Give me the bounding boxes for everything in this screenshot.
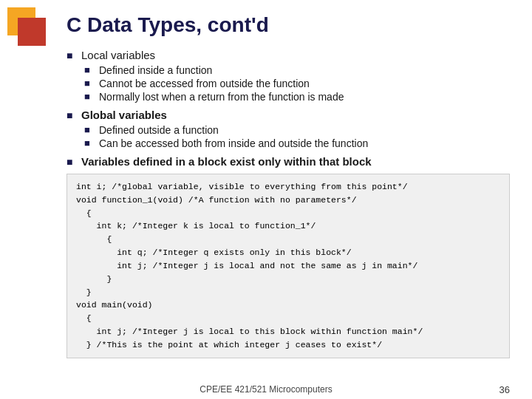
global-variables-bullet: ■ Global variables xyxy=(66,109,510,121)
slide-content: C Data Types, cont'd ■ Local variables ■… xyxy=(0,0,532,399)
sub-dot-2: ■ xyxy=(84,78,93,89)
global-variables-section: ■ Global variables ■ Defined outside a f… xyxy=(66,109,510,149)
local-sub-2: ■ Cannot be accessed from outside the fu… xyxy=(84,78,510,89)
global-variables-header: Global variables xyxy=(81,109,167,121)
content-area: ■ Local variables ■ Defined inside a fun… xyxy=(59,49,510,358)
code-block: int i; /*global variable, visible to eve… xyxy=(66,174,510,358)
global-sub-2: ■ Can be accessed both from inside and o… xyxy=(84,137,510,149)
footer-text: CPE/EE 421/521 Microcomputers xyxy=(0,384,532,395)
bullet-dot-local: ■ xyxy=(66,50,75,61)
local-variables-section: ■ Local variables ■ Defined inside a fun… xyxy=(66,49,510,103)
local-sub-3: ■ Normally lost when a return from the f… xyxy=(84,91,510,103)
footer: CPE/EE 421/521 Microcomputers 36 xyxy=(0,384,532,395)
local-sub-text-3: Normally lost when a return from the fun… xyxy=(99,91,344,103)
block-bullet-text: Variables defined in a block exist only … xyxy=(81,155,372,168)
local-variables-header: Local variables xyxy=(81,49,155,61)
global-sub-text-1: Defined outside a function xyxy=(99,124,219,136)
global-sub-text-2: Can be accessed both from inside and out… xyxy=(99,137,368,149)
local-sub-text-1: Defined inside a function xyxy=(99,64,212,76)
page-number: 36 xyxy=(499,384,510,395)
sub-dot-1: ■ xyxy=(84,64,93,75)
global-sub-1: ■ Defined outside a function xyxy=(84,124,510,136)
global-dot-2: ■ xyxy=(84,137,93,149)
slide-title: C Data Types, cont'd xyxy=(59,13,510,37)
local-sub-1: ■ Defined inside a function xyxy=(84,64,510,76)
block-bullet-section: ■ Variables defined in a block exist onl… xyxy=(66,155,510,168)
bullet-dot-global: ■ xyxy=(66,109,75,121)
local-sub-text-2: Cannot be accessed from outside the func… xyxy=(99,78,310,89)
block-bullet: ■ Variables defined in a block exist onl… xyxy=(66,155,510,168)
bullet-dot-block: ■ xyxy=(66,156,75,168)
global-dot-1: ■ xyxy=(84,124,93,135)
local-sub-bullets: ■ Defined inside a function ■ Cannot be … xyxy=(84,64,510,103)
sub-dot-3: ■ xyxy=(84,91,93,102)
local-variables-bullet: ■ Local variables xyxy=(66,49,510,61)
global-sub-bullets: ■ Defined outside a function ■ Can be ac… xyxy=(84,124,510,149)
